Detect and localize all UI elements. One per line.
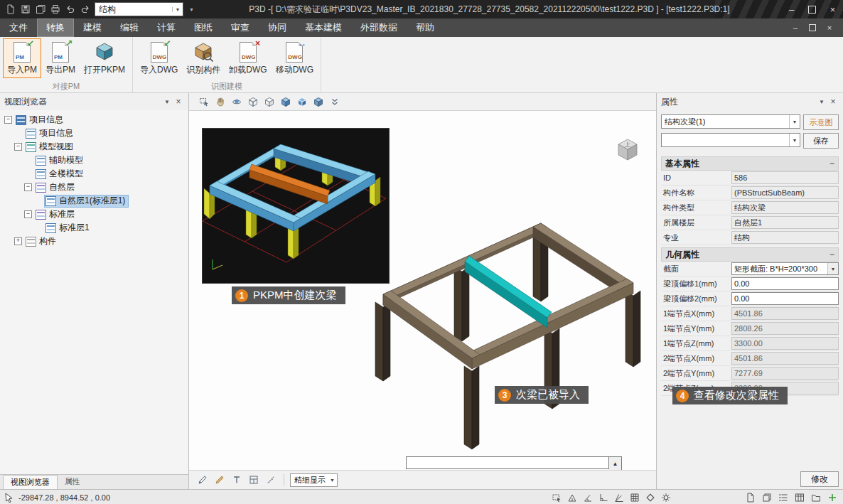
cube-hidden-icon[interactable] — [262, 94, 276, 109]
measure-icon[interactable] — [263, 472, 278, 488]
viewport-canvas[interactable]: 上 1 PKPM中创建次梁 3 次梁已被导入 ▲ — [189, 111, 656, 470]
grid-icon[interactable] — [628, 491, 641, 504]
table-icon[interactable] — [793, 491, 806, 504]
tree-item-标准层[interactable]: −标准层 — [0, 208, 188, 221]
folder-icon[interactable] — [809, 491, 822, 504]
menu-item-协同[interactable]: 协同 — [259, 18, 296, 37]
save-button[interactable]: 保存 — [803, 133, 839, 149]
panel-tab-视图浏览器[interactable]: 视图浏览器 — [3, 475, 58, 489]
ribbon-button-卸载DWG[interactable]: DWG×卸载DWG — [225, 39, 270, 77]
property-section-header-几何属性[interactable]: 几何属性− — [661, 247, 839, 262]
command-input[interactable] — [406, 456, 609, 469]
tree-item-自然层[interactable]: −自然层 — [0, 181, 188, 194]
panel-close-icon[interactable]: × — [827, 97, 839, 107]
ribbon-button-移动DWG[interactable]: DWG↔移动DWG — [272, 39, 317, 77]
text-icon[interactable] — [229, 472, 244, 488]
chevron-down-icon[interactable]: ▼ — [827, 263, 838, 274]
tree-item-标准层1[interactable]: 标准层1 — [0, 221, 188, 235]
mdi-close-button[interactable]: × — [822, 21, 837, 34]
panel-menu-icon[interactable]: ▼ — [816, 99, 827, 105]
ribbon-button-导入PM[interactable]: PM↙导入PM — [3, 38, 41, 78]
tree-item-全楼模型[interactable]: 全楼模型 — [0, 167, 188, 181]
tree-item-构件[interactable]: +构件 — [0, 235, 188, 248]
save-icon[interactable] — [18, 1, 33, 17]
pencil-icon[interactable] — [212, 472, 227, 488]
pan-icon[interactable] — [213, 94, 227, 109]
draw-icon[interactable] — [195, 472, 210, 488]
draft-icon[interactable] — [565, 491, 579, 504]
tree-expander-icon[interactable]: + — [14, 237, 22, 245]
polar-icon[interactable] — [612, 491, 625, 504]
select-window-icon[interactable] — [549, 491, 563, 504]
command-history-expand-icon[interactable]: ▲ — [609, 456, 622, 470]
list-icon[interactable] — [776, 491, 790, 504]
cube-conceptual-icon[interactable] — [294, 94, 309, 109]
collapse-icon[interactable]: − — [829, 159, 834, 168]
mdi-minimize-button[interactable]: – — [788, 21, 803, 34]
layout-icon[interactable] — [246, 472, 261, 488]
panel-close-icon[interactable]: × — [173, 97, 184, 107]
mdi-restore-button[interactable] — [805, 21, 820, 34]
new-doc-icon[interactable] — [743, 491, 757, 504]
modify-button[interactable]: 修改 — [800, 471, 839, 487]
ribbon-button-打开PKPM[interactable]: 打开PKPM — [80, 39, 129, 77]
menu-item-计算[interactable]: 计算 — [148, 18, 185, 37]
collapse-icon[interactable]: − — [829, 250, 834, 259]
property-input[interactable]: 0.00 — [731, 277, 839, 290]
menu-bar-items: 文件转换建模编辑计算图纸审查协同基本建模外部数据帮助 — [0, 18, 444, 37]
display-mode-combo[interactable]: 精细显示 ▼ — [290, 473, 338, 487]
schematic-button[interactable]: 示意图 — [803, 114, 839, 130]
panel-tab-属性[interactable]: 属性 — [58, 475, 87, 489]
property-section-header-基本属性[interactable]: 基本属性− — [661, 156, 839, 171]
menu-item-文件[interactable]: 文件 — [0, 18, 37, 37]
tree-item-辅助模型[interactable]: 辅助模型 — [0, 154, 188, 167]
menu-item-基本建模[interactable]: 基本建模 — [296, 18, 351, 37]
menu-item-外部数据[interactable]: 外部数据 — [351, 18, 407, 37]
menu-item-审查[interactable]: 审查 — [222, 18, 259, 37]
osnap-icon[interactable] — [643, 491, 657, 504]
undo-icon[interactable] — [63, 1, 77, 17]
cube-shaded-icon[interactable] — [278, 94, 293, 109]
ribbon-button-导出PM[interactable]: PM↗导出PM — [42, 39, 79, 77]
angle-icon[interactable] — [581, 491, 594, 504]
close-button[interactable]: × — [822, 0, 843, 18]
menu-item-帮助[interactable]: 帮助 — [407, 18, 444, 37]
save-all-icon[interactable] — [33, 1, 48, 17]
add-icon[interactable] — [825, 491, 839, 504]
cube-realistic-icon[interactable] — [311, 94, 326, 109]
view-cube[interactable]: 上 — [615, 136, 640, 163]
tree-item-自然层1(标准层1)[interactable]: 自然层1(标准层1) — [0, 194, 188, 208]
minimize-button[interactable]: – — [781, 0, 802, 18]
print-icon[interactable] — [48, 1, 63, 17]
tree-item-项目信息[interactable]: 项目信息 — [0, 127, 188, 140]
menu-item-编辑[interactable]: 编辑 — [111, 18, 148, 37]
workspace-combo[interactable]: 结构 ▼ — [95, 2, 183, 16]
orbit-icon[interactable] — [229, 94, 244, 109]
toolbar-options-icon[interactable]: ▼ — [186, 7, 198, 12]
menu-item-图纸[interactable]: 图纸 — [185, 18, 222, 37]
settings-icon[interactable] — [659, 491, 672, 504]
redo-icon[interactable] — [77, 1, 92, 17]
zoom-window-icon[interactable] — [196, 94, 211, 109]
object-selector-combo[interactable]: 结构次梁(1) ▼ — [661, 114, 800, 129]
preset-combo[interactable]: ▼ — [661, 133, 800, 147]
new-icon[interactable] — [3, 1, 18, 17]
tree-expander-icon[interactable]: − — [24, 210, 32, 218]
restore-button[interactable] — [802, 0, 822, 18]
property-input[interactable]: 0.00 — [731, 292, 839, 305]
tree-expander-icon[interactable]: − — [4, 116, 12, 124]
windows-icon[interactable] — [760, 491, 773, 504]
tree-expander-icon[interactable]: − — [24, 183, 32, 191]
ribbon-button-识别构件[interactable]: 识别构件 — [183, 39, 224, 77]
tree-item-模型视图[interactable]: −模型视图 — [0, 140, 188, 154]
ribbon-button-导入DWG[interactable]: DWG↙导入DWG — [136, 39, 181, 77]
tree-expander-icon[interactable]: − — [14, 143, 22, 151]
menu-item-建模[interactable]: 建模 — [74, 18, 111, 37]
tree-item-项目信息[interactable]: −项目信息 — [0, 113, 188, 127]
ortho-icon[interactable] — [596, 491, 610, 504]
panel-menu-icon[interactable]: ▼ — [161, 99, 173, 105]
property-dropdown[interactable]: 矩形截面: B*H=200*300▼ — [731, 262, 839, 275]
cube-wire-icon[interactable] — [245, 94, 260, 109]
menu-item-转换[interactable]: 转换 — [37, 18, 74, 37]
expand-more-icon[interactable] — [327, 94, 342, 109]
